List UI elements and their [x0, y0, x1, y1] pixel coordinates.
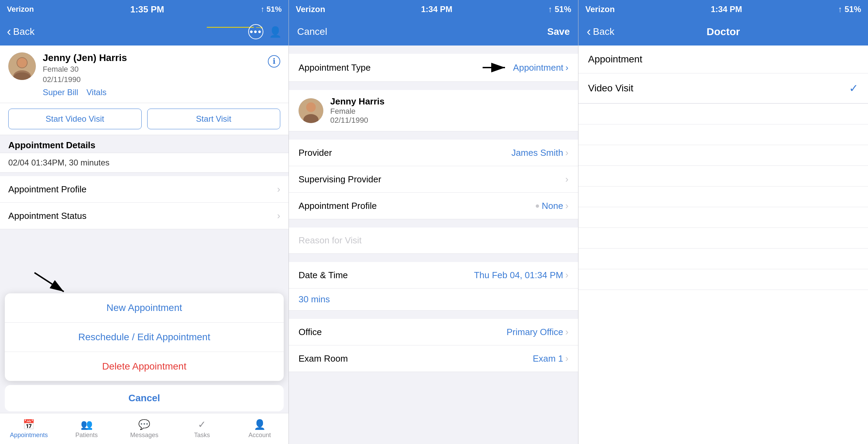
edit-nav: Cancel Save — [289, 18, 578, 46]
exam-room-label: Exam Room — [299, 353, 348, 364]
exam-room-row[interactable]: Exam Room Exam 1 › — [289, 345, 578, 372]
back-button-3[interactable]: ‹ Back — [587, 24, 614, 39]
patient-form-name: Jenny Harris — [330, 96, 385, 107]
form-gap-3 — [289, 131, 578, 140]
diagonal-arrow — [31, 269, 72, 297]
tab-patients[interactable]: 👥 Patients — [58, 413, 115, 444]
start-video-visit-button[interactable]: Start Video Visit — [8, 109, 142, 129]
patient-gender: Female 30 — [43, 65, 261, 74]
save-button[interactable]: Save — [547, 26, 570, 37]
vitals-link[interactable]: Vitals — [87, 88, 107, 97]
screen1: Verizon 1:35 PM ↑ 51% ‹ Back ──────→ •••… — [0, 0, 289, 444]
reason-for-visit-row[interactable]: Reason for Visit — [289, 228, 578, 254]
tab-tasks-icon: ✓ — [198, 419, 206, 430]
screen2: Verizon 1:34 PM ↑ 51% Cancel Save Appoin… — [289, 0, 578, 444]
empty-row-8 — [578, 249, 868, 269]
appointment-profile-chevron: › — [277, 184, 280, 195]
empty-row-5 — [578, 186, 868, 207]
appt-type-value: Appointment › — [513, 62, 568, 73]
patient-header: Jenny (Jen) Harris Female 30 02/11/1990 … — [0, 46, 289, 103]
tab-messages[interactable]: 💬 Messages — [115, 413, 173, 444]
patient-dob: 02/11/1990 — [43, 75, 261, 84]
exam-room-chevron: › — [565, 353, 568, 364]
back-chevron-icon-3: ‹ — [587, 24, 591, 39]
tab-account[interactable]: 👤 Account — [231, 413, 289, 444]
form-gap-6 — [289, 311, 578, 319]
supervising-provider-row[interactable]: Supervising Provider › — [289, 166, 578, 193]
doctor-nav: ‹ Back Doctor — [578, 18, 868, 46]
duration-row[interactable]: 30 mins — [289, 289, 578, 311]
patient-form-avatar — [299, 98, 323, 123]
carrier-3: Verizon — [585, 4, 615, 14]
carrier-2: Verizon — [296, 4, 325, 14]
status-bar-2: Verizon 1:34 PM ↑ 51% — [289, 0, 578, 18]
popup-cancel-button[interactable]: Cancel — [5, 385, 284, 411]
super-bill-link[interactable]: Super Bill — [43, 88, 78, 97]
doctor-item-video-visit[interactable]: Video Visit ✓ — [578, 73, 868, 103]
info-button[interactable]: ℹ — [268, 55, 280, 68]
appt-datetime-row: 02/04 01:34PM, 30 minutes — [0, 153, 289, 173]
edit-form-scroll[interactable]: Appointment Type Appointment › — [289, 46, 578, 444]
nav-right-1: ──────→ ••• 👤 — [248, 24, 282, 39]
info-icon: ℹ — [273, 57, 275, 66]
doctor-video-visit-label: Video Visit — [588, 83, 633, 94]
tab-account-label: Account — [249, 432, 271, 439]
appointment-type-row[interactable]: Appointment Type Appointment › — [289, 54, 578, 82]
patient-details: Jenny (Jen) Harris Female 30 02/11/1990 … — [43, 52, 261, 97]
status-bar-3: Verizon 1:34 PM ↑ 51% — [578, 0, 868, 18]
form-gap-2 — [289, 82, 578, 90]
tab-tasks[interactable]: ✓ Tasks — [173, 413, 231, 444]
time-1: 1:35 PM — [130, 4, 164, 15]
appointment-status-row[interactable]: Appointment Status › — [0, 203, 289, 229]
appointment-status-chevron: › — [277, 210, 280, 221]
three-dots-icon: ••• — [250, 26, 262, 37]
three-dots-button[interactable]: ••• — [248, 24, 263, 39]
video-visit-check-icon: ✓ — [849, 82, 858, 95]
exam-room-value: Exam 1 › — [533, 353, 568, 364]
appointment-profile-row[interactable]: Appointment Profile › — [0, 176, 289, 203]
appt-datetime: 02/04 01:34PM, 30 minutes — [8, 158, 110, 167]
form-gap-4 — [289, 219, 578, 228]
tab-appointments[interactable]: 📅 Appointments — [0, 413, 58, 444]
reschedule-item[interactable]: Reschedule / Edit Appointment — [5, 323, 284, 352]
battery-3: ↑ 51% — [838, 4, 861, 14]
empty-row-3 — [578, 145, 868, 166]
battery-2: ↑ 51% — [548, 4, 571, 14]
provider-value: James Smith › — [511, 147, 568, 158]
delete-appointment-item[interactable]: Delete Appointment — [5, 352, 284, 381]
appointment-profile-label: Appointment Profile — [8, 184, 87, 195]
tab-bar: 📅 Appointments 👥 Patients 💬 Messages ✓ T… — [0, 413, 289, 444]
provider-chevron: › — [565, 147, 568, 158]
provider-row[interactable]: Provider James Smith › — [289, 140, 578, 166]
back-label-1: Back — [13, 26, 34, 37]
status-icons-1: ↑ 51% — [261, 5, 282, 14]
tab-account-icon: 👤 — [254, 419, 266, 430]
date-time-row[interactable]: Date & Time Thu Feb 04, 01:34 PM › — [289, 262, 578, 289]
back-button-1[interactable]: ‹ Back — [7, 24, 34, 39]
arrow-icon-1: ↑ — [261, 5, 264, 14]
empty-row-2 — [578, 124, 868, 145]
cancel-button-2[interactable]: Cancel — [297, 26, 327, 37]
appt-details-header: Appointment Details — [0, 135, 289, 153]
new-appointment-item[interactable]: New Appointment — [5, 293, 284, 323]
svg-point-9 — [306, 102, 316, 112]
patient-links: Super Bill Vitals — [43, 88, 261, 97]
back-label-3: Back — [593, 26, 614, 37]
patient-form-gender: Female — [330, 107, 385, 116]
appt-profile-chevron: › — [565, 200, 568, 211]
profile-menu-icon: 👤 — [269, 26, 282, 38]
empty-row-4 — [578, 166, 868, 186]
appt-details-title: Appointment Details — [8, 140, 95, 150]
empty-row-9 — [578, 269, 868, 290]
office-value: Primary Office › — [506, 326, 568, 337]
office-chevron: › — [565, 326, 568, 337]
supervising-provider-chevron: › — [565, 174, 568, 185]
office-row[interactable]: Office Primary Office › — [289, 319, 578, 345]
appt-profile-row[interactable]: Appointment Profile ● None › — [289, 193, 578, 219]
doctor-item-appointment[interactable]: Appointment — [578, 46, 868, 73]
avatar-image — [8, 52, 36, 80]
start-visit-button[interactable]: Start Visit — [147, 109, 281, 129]
black-arrow-annotation — [483, 61, 510, 74]
profile-menu-button[interactable]: 👤 — [269, 26, 282, 38]
supervising-provider-label: Supervising Provider — [299, 174, 381, 185]
